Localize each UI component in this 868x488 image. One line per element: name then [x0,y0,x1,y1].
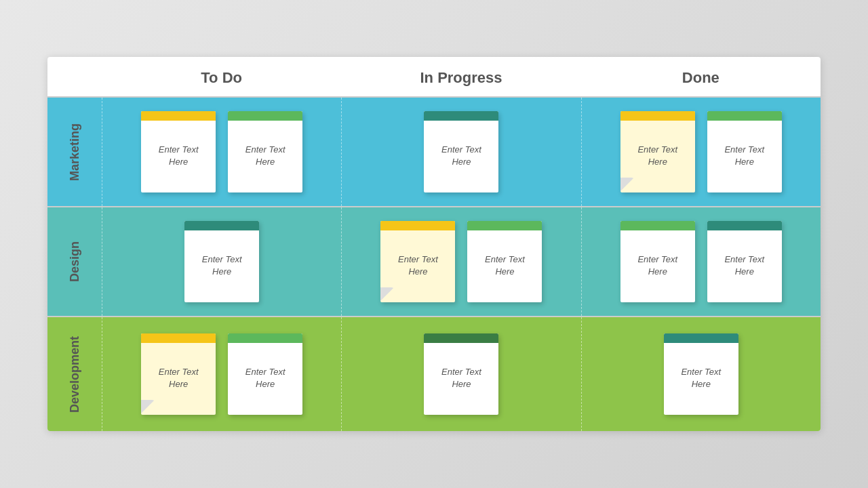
note-body-1-2-0: Enter Text Here [620,230,695,302]
note-body-0-0-1: Enter Text Here [228,121,302,192]
cell-0-2: Enter Text HereEnter Text Here [581,98,821,206]
note-text-1-0-0: Enter Text Here [191,253,252,278]
note-tab-1-1-0 [380,221,455,230]
board-row-1: DesignEnter Text HereEnter Text HereEnte… [47,206,821,316]
row-label-0: Marketing [47,98,102,206]
note-text-0-0-0: Enter Text Here [148,144,209,168]
note-body-2-0-0: Enter Text Here [141,343,216,415]
note-text-1-2-0: Enter Text Here [627,253,688,278]
cell-2-2: Enter Text Here [581,317,821,431]
note-0-0-0[interactable]: Enter Text Here [141,111,216,192]
note-tab-0-0-1 [228,111,302,121]
cell-0-1: Enter Text Here [341,98,580,206]
note-text-2-2-0: Enter Text Here [671,366,732,390]
col-header-2: Done [581,57,821,96]
note-0-2-1[interactable]: Enter Text Here [707,111,782,192]
row-label-1: Design [47,207,102,316]
note-body-0-0-0: Enter Text Here [141,121,216,192]
cell-0-0: Enter Text HereEnter Text Here [102,98,341,206]
note-2-0-0[interactable]: Enter Text Here [141,333,216,415]
note-body-1-0-0: Enter Text Here [184,230,259,302]
note-1-2-0[interactable]: Enter Text Here [620,221,695,302]
note-tab-1-1-1 [467,221,542,230]
note-body-1-1-1: Enter Text Here [467,230,542,302]
note-1-0-0[interactable]: Enter Text Here [184,221,259,302]
note-text-2-0-0: Enter Text Here [148,366,209,390]
note-tab-0-2-1 [707,111,782,121]
note-tab-2-0-1 [228,333,302,343]
note-body-2-1-0: Enter Text Here [424,343,498,415]
board-body: MarketingEnter Text HereEnter Text HereE… [47,96,821,431]
note-body-1-1-0: Enter Text Here [380,230,455,302]
cell-2-1: Enter Text Here [341,317,580,431]
col-header-0: To Do [102,57,341,96]
note-0-2-0[interactable]: Enter Text Here [620,111,695,192]
note-text-0-1-0: Enter Text Here [431,144,492,168]
note-tab-1-0-0 [184,221,259,230]
board-row-2: DevelopmentEnter Text HereEnter Text Her… [47,316,821,431]
note-text-2-1-0: Enter Text Here [431,366,492,390]
note-text-1-1-0: Enter Text Here [387,253,448,278]
note-text-0-2-1: Enter Text Here [714,144,775,168]
note-body-0-2-1: Enter Text Here [707,121,782,192]
note-body-0-2-0: Enter Text Here [620,121,695,192]
col-header-1: In Progress [341,57,580,96]
note-tab-2-2-0 [664,333,738,343]
note-body-1-2-1: Enter Text Here [707,230,782,302]
cell-1-2: Enter Text HereEnter Text Here [581,207,821,316]
note-1-1-0[interactable]: Enter Text Here [380,221,455,302]
note-tab-2-0-0 [141,333,216,343]
note-text-0-0-1: Enter Text Here [235,144,296,168]
note-2-1-0[interactable]: Enter Text Here [424,333,498,415]
note-text-1-1-1: Enter Text Here [474,253,535,278]
note-2-2-0[interactable]: Enter Text Here [664,333,738,415]
note-0-0-1[interactable]: Enter Text Here [228,111,302,192]
note-text-2-0-1: Enter Text Here [235,366,296,390]
row-label-2: Development [47,317,102,431]
note-tab-1-2-1 [707,221,782,230]
note-tab-0-0-0 [141,111,216,121]
note-body-2-0-1: Enter Text Here [228,343,302,415]
note-tab-0-2-0 [620,111,695,121]
column-headers: To DoIn ProgressDone [47,57,821,96]
note-1-2-1[interactable]: Enter Text Here [707,221,782,302]
cell-1-0: Enter Text Here [102,207,341,316]
kanban-board: To DoIn ProgressDone MarketingEnter Text… [47,57,821,431]
note-tab-2-1-0 [424,333,498,343]
board-row-0: MarketingEnter Text HereEnter Text HereE… [47,96,821,206]
note-2-0-1[interactable]: Enter Text Here [228,333,302,415]
note-body-0-1-0: Enter Text Here [424,121,498,192]
note-body-2-2-0: Enter Text Here [664,343,738,415]
note-text-1-2-1: Enter Text Here [714,253,775,278]
note-text-0-2-0: Enter Text Here [627,144,688,168]
cell-2-0: Enter Text HereEnter Text Here [102,317,341,431]
note-tab-0-1-0 [424,111,498,121]
note-1-1-1[interactable]: Enter Text Here [467,221,542,302]
cell-1-1: Enter Text HereEnter Text Here [341,207,580,316]
note-0-1-0[interactable]: Enter Text Here [424,111,498,192]
note-tab-1-2-0 [620,221,695,230]
